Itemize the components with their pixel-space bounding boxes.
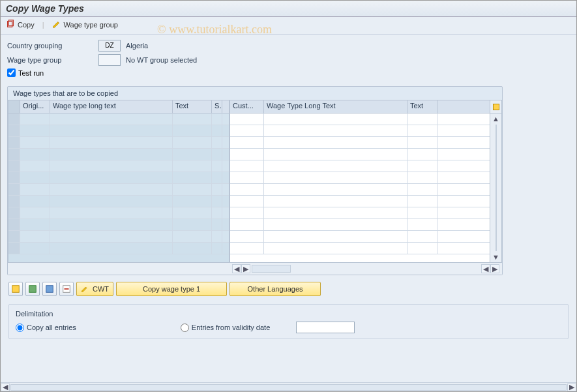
window-hscroll-right[interactable]: ▶ — [567, 384, 576, 391]
wage-type-group-field[interactable] — [98, 54, 121, 66]
hscroll2-left-arrow[interactable]: ◀ — [481, 264, 490, 273]
cell-wage-long-text[interactable] — [50, 149, 173, 160]
col-header-text-2[interactable]: Text — [407, 100, 437, 113]
cell-wage-long-text-2[interactable] — [264, 172, 407, 183]
cell-s[interactable] — [212, 137, 222, 148]
cell-text[interactable] — [173, 113, 212, 125]
window-hscroll-left[interactable]: ◀ — [1, 384, 10, 391]
hscroll-left-arrow[interactable]: ◀ — [232, 264, 241, 273]
cell-origi[interactable] — [20, 160, 50, 172]
table-row[interactable] — [230, 137, 490, 149]
cell-origi[interactable] — [20, 207, 50, 219]
cell-cust[interactable] — [230, 160, 264, 172]
cell-wage-long-text[interactable] — [50, 196, 173, 207]
table-row[interactable] — [8, 149, 229, 160]
cell-cust[interactable] — [230, 137, 264, 148]
cell-text-2[interactable] — [407, 219, 437, 230]
cell-text-2[interactable] — [407, 196, 437, 207]
col-header-origi[interactable]: Origi... — [20, 100, 50, 113]
row-selector[interactable] — [8, 231, 20, 242]
cell-origi[interactable] — [20, 149, 50, 160]
table-row[interactable] — [8, 196, 229, 207]
cell-s[interactable] — [212, 160, 222, 172]
delete-row-button[interactable] — [59, 282, 74, 296]
cell-cust[interactable] — [230, 172, 264, 183]
cell-wage-long-text[interactable] — [50, 219, 173, 230]
col-header-cust[interactable]: Cust... — [230, 100, 264, 113]
country-code-field[interactable]: DZ — [98, 40, 121, 52]
hscroll2-right-arrow[interactable]: ▶ — [490, 264, 499, 273]
col-header-wage-long-text-2[interactable]: Wage Type Long Text — [264, 100, 407, 113]
wage-type-group-button[interactable]: Wage type group — [52, 20, 118, 30]
table-row[interactable] — [8, 207, 229, 219]
cell-wage-long-text-2[interactable] — [264, 196, 407, 207]
cell-cust[interactable] — [230, 196, 264, 207]
table-row[interactable] — [230, 207, 490, 219]
cell-origi[interactable] — [20, 231, 50, 242]
copy-all-entries-option[interactable]: Copy all entries — [16, 324, 76, 332]
row-selector[interactable] — [8, 184, 20, 195]
copy-all-entries-radio[interactable] — [16, 324, 24, 332]
cell-text[interactable] — [173, 219, 212, 230]
insert-row-button[interactable] — [42, 282, 57, 296]
cell-text[interactable] — [173, 184, 212, 195]
cell-wage-long-text[interactable] — [50, 125, 173, 136]
cell-text[interactable] — [173, 243, 212, 254]
cell-origi[interactable] — [20, 219, 50, 230]
cell-wage-long-text[interactable] — [50, 207, 173, 219]
table-row[interactable] — [230, 196, 490, 207]
cell-s[interactable] — [212, 207, 222, 219]
cell-s[interactable] — [212, 172, 222, 183]
cell-s[interactable] — [212, 219, 222, 230]
cell-s[interactable] — [212, 125, 222, 136]
cell-wage-long-text-2[interactable] — [264, 137, 407, 148]
entries-from-date-radio[interactable] — [181, 324, 189, 332]
cell-cust[interactable] — [230, 219, 264, 230]
cell-text-2[interactable] — [407, 184, 437, 195]
hscroll-right-arrow[interactable]: ▶ — [241, 264, 250, 273]
cell-text-2[interactable] — [407, 231, 437, 242]
cell-wage-long-text-2[interactable] — [264, 243, 407, 254]
row-selector[interactable] — [8, 172, 20, 183]
test-run-checkbox[interactable] — [7, 68, 16, 77]
cell-s[interactable] — [212, 196, 222, 207]
cell-wage-long-text-2[interactable] — [264, 149, 407, 160]
table-row[interactable] — [230, 125, 490, 137]
copy-button[interactable]: Copy — [6, 20, 35, 30]
cell-text-2[interactable] — [407, 243, 437, 254]
window-hscroll-track[interactable] — [10, 384, 567, 391]
cell-s[interactable] — [212, 184, 222, 195]
cell-origi[interactable] — [20, 137, 50, 148]
cell-text[interactable] — [173, 137, 212, 148]
row-selector[interactable] — [8, 125, 20, 136]
scroll-track[interactable] — [496, 125, 497, 251]
row-selector[interactable] — [8, 219, 20, 230]
cell-wage-long-text[interactable] — [50, 184, 173, 195]
cell-text-2[interactable] — [407, 125, 437, 136]
cell-s[interactable] — [212, 231, 222, 242]
table-row[interactable] — [8, 219, 229, 231]
grid-vertical-scrollbar[interactable]: ▲ ▼ — [490, 100, 502, 263]
cell-origi[interactable] — [20, 243, 50, 254]
cell-wage-long-text[interactable] — [50, 231, 173, 242]
cell-text-2[interactable] — [407, 113, 437, 125]
row-selector[interactable] — [8, 160, 20, 172]
table-row[interactable] — [8, 137, 229, 149]
cell-text[interactable] — [173, 160, 212, 172]
cell-wage-long-text-2[interactable] — [264, 207, 407, 219]
table-row[interactable] — [8, 125, 229, 137]
cell-s[interactable] — [212, 243, 222, 254]
cell-origi[interactable] — [20, 125, 50, 136]
cell-s[interactable] — [212, 113, 222, 125]
table-row[interactable] — [230, 219, 490, 231]
table-row[interactable] — [230, 172, 490, 184]
cell-text[interactable] — [173, 172, 212, 183]
cell-wage-long-text-2[interactable] — [264, 113, 407, 125]
table-row[interactable] — [230, 231, 490, 243]
cell-wage-long-text-2[interactable] — [264, 125, 407, 136]
table-row[interactable] — [8, 243, 229, 254]
table-row[interactable] — [8, 113, 229, 125]
table-row[interactable] — [230, 243, 490, 254]
table-row[interactable] — [230, 149, 490, 160]
row-selector[interactable] — [8, 113, 20, 125]
